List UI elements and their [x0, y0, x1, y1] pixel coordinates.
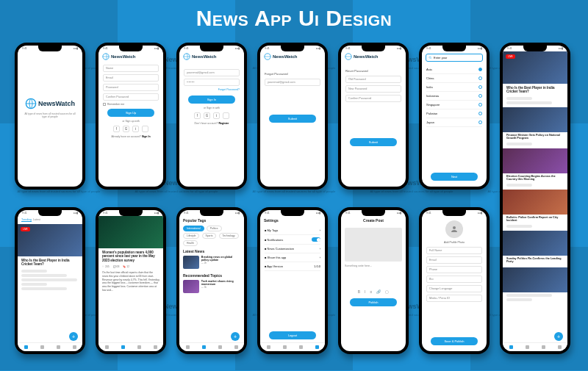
- nav-explore[interactable]: [202, 345, 206, 349]
- logout-button[interactable]: Logout: [269, 331, 316, 339]
- settings-item[interactable]: ■ My Tags›: [265, 226, 320, 235]
- tag-chip[interactable]: International: [183, 226, 204, 231]
- signin-button[interactable]: Sign In: [188, 96, 235, 104]
- story-title[interactable]: Sunday Politics Re-Confirms the Leading …: [503, 256, 567, 264]
- nav-home[interactable]: [24, 345, 28, 349]
- nav-bookmarks[interactable]: [218, 345, 222, 349]
- email-field[interactable]: youremail@gmail.com: [265, 79, 320, 86]
- nav-home[interactable]: [186, 345, 190, 349]
- email-field[interactable]: Email: [103, 74, 159, 82]
- news-card[interactable]: Tech market shows rising momentum— 5h: [183, 280, 240, 293]
- email-field[interactable]: youremail@gmail.com: [184, 69, 240, 76]
- tag-chip[interactable]: Health: [183, 240, 198, 246]
- publish-button[interactable]: Publish: [350, 298, 397, 306]
- password-field[interactable]: ••••••••: [184, 79, 240, 86]
- nav-profile[interactable]: [154, 345, 157, 349]
- nav-profile[interactable]: [315, 345, 319, 349]
- search-input[interactable]: Enter your: [426, 54, 483, 62]
- password-field[interactable]: Password: [103, 84, 159, 91]
- facebook-icon[interactable]: f: [194, 112, 201, 119]
- compose-fab[interactable]: +: [554, 332, 563, 341]
- story-title[interactable]: Election Counting Begins Across the Coun…: [503, 173, 567, 182]
- nav-bookmarks[interactable]: [542, 345, 545, 349]
- signin-link[interactable]: Sign In: [142, 135, 151, 138]
- submit-button[interactable]: Submit: [269, 115, 316, 123]
- story-thumbnail[interactable]: [503, 107, 567, 132]
- nav-bookmarks[interactable]: [137, 345, 141, 349]
- country-option[interactable]: Asia: [426, 65, 482, 74]
- nav-home[interactable]: [267, 345, 270, 349]
- email-field[interactable]: Email: [426, 256, 482, 264]
- confirm-password-field[interactable]: Confirm Password: [345, 95, 401, 102]
- settings-item[interactable]: ■ News Customization›: [265, 245, 320, 253]
- story-thumbnail[interactable]: [503, 190, 567, 215]
- phone-field[interactable]: Phone: [426, 266, 482, 273]
- signup-button[interactable]: Sign Up: [107, 109, 154, 117]
- facebook-icon[interactable]: f: [113, 126, 120, 132]
- google-icon[interactable]: G: [123, 126, 129, 132]
- apple-icon[interactable]: [223, 112, 229, 119]
- remember-checkbox[interactable]: [103, 103, 106, 106]
- country-option[interactable]: Singapore: [426, 101, 482, 109]
- apple-icon[interactable]: [142, 126, 148, 132]
- submit-button[interactable]: Submit: [350, 138, 397, 146]
- country-option[interactable]: Indonesia: [426, 92, 482, 101]
- save-button[interactable]: Save & Publish: [431, 337, 478, 345]
- next-button[interactable]: Next: [431, 173, 478, 181]
- nav-profile[interactable]: [558, 345, 562, 349]
- story-title[interactable]: Bulletin: Police Confirm Report on City …: [503, 215, 567, 223]
- nav-bookmarks[interactable]: [299, 345, 303, 349]
- tab-trending[interactable]: Trending: [21, 218, 32, 222]
- italic-icon[interactable]: I: [365, 289, 365, 294]
- bookmark-count[interactable]: 🔖 12: [123, 265, 129, 268]
- story-title[interactable]: Finance Minister Sets Policy on National…: [503, 132, 567, 141]
- story-thumbnail[interactable]: [503, 267, 567, 292]
- new-password-field[interactable]: New Password: [345, 85, 401, 93]
- nav-home[interactable]: [105, 345, 109, 349]
- nav-explore[interactable]: [121, 345, 125, 349]
- hero-image[interactable]: LIVE: [503, 51, 567, 84]
- twitter-icon[interactable]: t: [132, 126, 139, 132]
- google-icon[interactable]: G: [204, 112, 210, 119]
- tag-chip[interactable]: Technology: [219, 233, 239, 239]
- name-field[interactable]: Full Name: [426, 247, 482, 254]
- register-link[interactable]: Register: [218, 122, 229, 125]
- nav-explore[interactable]: [526, 345, 529, 349]
- nav-bookmarks[interactable]: [57, 345, 60, 349]
- comment-count[interactable]: 💬 63: [113, 265, 120, 268]
- nav-profile[interactable]: [73, 345, 76, 349]
- avatar-placeholder[interactable]: [445, 220, 463, 238]
- hero-image[interactable]: LIVE: [18, 224, 82, 256]
- media-id-field[interactable]: Media / Press ID: [426, 295, 482, 302]
- tag-chip[interactable]: Sports: [202, 233, 217, 239]
- nav-explore[interactable]: [283, 345, 287, 349]
- post-textarea[interactable]: Something write here...: [345, 264, 402, 267]
- link-icon[interactable]: 🔗: [376, 289, 381, 294]
- settings-item[interactable]: ■ Notifications: [265, 235, 320, 245]
- country-option[interactable]: Pakistan: [426, 109, 482, 118]
- nav-profile[interactable]: [234, 345, 238, 349]
- headline[interactable]: Who Is the Best Player in India Cricket …: [18, 256, 82, 268]
- tab-latest[interactable]: Latest: [33, 218, 40, 222]
- article-headline[interactable]: Who Is the Best Player in India Cricket …: [503, 84, 567, 96]
- nav-explore[interactable]: [40, 345, 44, 349]
- story-thumbnail[interactable]: [503, 148, 567, 173]
- language-field[interactable]: Change Language: [426, 285, 482, 292]
- country-option[interactable]: India: [426, 83, 482, 92]
- tag-chip[interactable]: Lifestyle: [183, 233, 199, 239]
- confirm-field[interactable]: Confirm Password: [103, 93, 159, 101]
- like-count[interactable]: ♡ 245: [102, 265, 110, 268]
- twitter-icon[interactable]: t: [213, 112, 220, 119]
- image-upload-area[interactable]: [345, 228, 402, 262]
- country-option[interactable]: Japan: [426, 118, 482, 127]
- old-password-field[interactable]: Old Password: [345, 76, 401, 83]
- country-option[interactable]: China: [426, 74, 482, 83]
- bold-icon[interactable]: B: [358, 289, 360, 294]
- compose-fab[interactable]: +: [231, 332, 240, 341]
- notifications-toggle[interactable]: [312, 237, 320, 242]
- tag-chip[interactable]: Politics: [207, 226, 222, 231]
- compose-fab[interactable]: +: [69, 332, 78, 341]
- nav-home[interactable]: [509, 345, 513, 349]
- news-card[interactable]: Breaking news on global policy update— 2…: [183, 256, 240, 269]
- add-photo-label[interactable]: Add Profile Photo: [422, 241, 487, 244]
